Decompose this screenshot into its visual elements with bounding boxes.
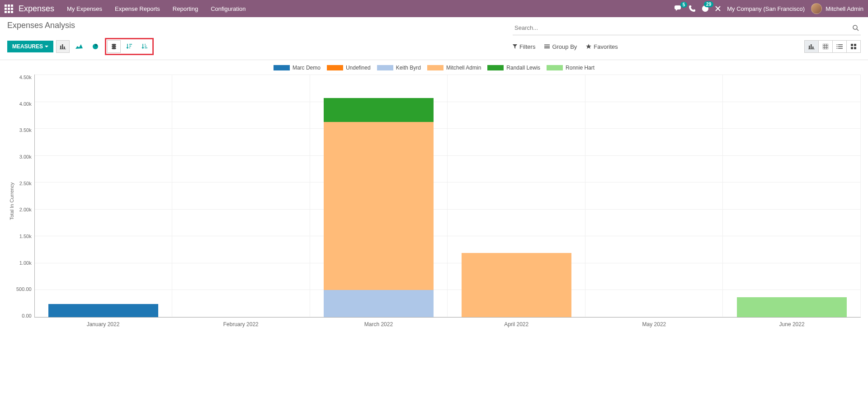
y-tick: 500.00 xyxy=(16,286,32,292)
measures-button[interactable]: MEASURES xyxy=(7,41,53,52)
bar-segment[interactable] xyxy=(324,122,434,290)
legend-item[interactable]: Ronnie Hart xyxy=(547,65,594,71)
nav-menu: My Expenses Expense Reports Reporting Co… xyxy=(67,5,245,12)
y-tick: 2.50k xyxy=(19,181,32,186)
stacked-button[interactable] xyxy=(107,40,121,53)
bar-segment[interactable] xyxy=(48,304,158,317)
chart-column xyxy=(448,75,585,317)
svg-rect-12 xyxy=(823,44,828,49)
x-tick: January 2022 xyxy=(34,318,172,327)
chart-column xyxy=(35,75,173,317)
pivot-view-button[interactable] xyxy=(818,40,833,53)
x-tick: February 2022 xyxy=(172,318,310,327)
legend-swatch xyxy=(274,65,290,70)
bar-segment[interactable] xyxy=(324,290,434,317)
legend-label: Mitchell Admin xyxy=(446,65,481,71)
apps-icon[interactable] xyxy=(5,5,13,13)
nav-expense-reports[interactable]: Expense Reports xyxy=(115,5,160,12)
sort-desc-button[interactable] xyxy=(123,40,136,53)
y-tick: 2.00k xyxy=(19,207,32,212)
topbar-right: 5 29 My Company (San Francisco) Mitchell… xyxy=(675,3,863,14)
graph-view-button[interactable] xyxy=(804,40,819,53)
legend-label: Keith Byrd xyxy=(396,65,421,71)
y-tick: 0.00 xyxy=(22,313,31,318)
filters-label: Filters xyxy=(519,43,535,50)
x-tick: March 2022 xyxy=(310,318,448,327)
chart-plot xyxy=(34,75,861,318)
svg-rect-3 xyxy=(62,44,63,49)
legend-swatch xyxy=(327,65,343,70)
line-chart-button[interactable] xyxy=(72,40,86,53)
legend-swatch xyxy=(427,65,443,70)
favorites-dropdown[interactable]: Favorites xyxy=(586,43,618,50)
user-menu[interactable]: Mitchell Admin xyxy=(811,3,863,14)
sort-asc-button[interactable] xyxy=(138,40,151,53)
activities-badge: 29 xyxy=(704,1,713,7)
chart-column xyxy=(585,75,723,317)
svg-rect-2 xyxy=(60,46,61,49)
top-navbar: Expenses My Expenses Expense Reports Rep… xyxy=(0,0,868,17)
search-area xyxy=(513,21,861,38)
x-tick: May 2022 xyxy=(585,318,723,327)
kanban-view-button[interactable] xyxy=(846,40,861,53)
highlighted-tools xyxy=(105,38,154,55)
page-title: Expenses Analysis xyxy=(7,21,75,30)
search-input[interactable] xyxy=(513,23,851,33)
y-axis-label: Total In Currency xyxy=(7,75,16,327)
svg-rect-19 xyxy=(854,47,856,49)
svg-point-6 xyxy=(112,44,116,46)
legend-item[interactable]: Randall Lewis xyxy=(487,65,540,71)
chart-legend: Marc DemoUndefinedKeith ByrdMitchell Adm… xyxy=(7,65,861,71)
star-icon xyxy=(586,44,591,49)
measures-label: MEASURES xyxy=(12,43,43,50)
legend-swatch xyxy=(377,65,393,70)
filters-dropdown[interactable]: Filters xyxy=(513,43,535,50)
user-name: Mitchell Admin xyxy=(826,5,863,12)
pie-chart-button[interactable] xyxy=(89,40,102,53)
legend-item[interactable]: Undefined xyxy=(327,65,371,71)
bar-stack[interactable] xyxy=(48,304,158,317)
bar-segment[interactable] xyxy=(324,98,434,122)
y-tick: 3.00k xyxy=(19,154,32,159)
svg-rect-9 xyxy=(809,46,810,49)
svg-rect-16 xyxy=(851,44,853,46)
svg-point-15 xyxy=(837,48,838,49)
legend-label: Randall Lewis xyxy=(506,65,540,71)
legend-item[interactable]: Keith Byrd xyxy=(377,65,421,71)
close-icon[interactable] xyxy=(715,6,721,11)
bar-stack[interactable] xyxy=(462,253,571,317)
conversations-badge: 5 xyxy=(680,2,688,8)
legend-item[interactable]: Mitchell Admin xyxy=(427,65,481,71)
phone-icon[interactable] xyxy=(689,5,695,12)
y-tick: 1.00k xyxy=(19,260,32,266)
legend-item[interactable]: Marc Demo xyxy=(274,65,321,71)
svg-point-14 xyxy=(837,46,838,47)
groupby-dropdown[interactable]: Group By xyxy=(544,43,577,50)
bar-chart-button[interactable] xyxy=(56,40,70,53)
avatar xyxy=(811,3,822,14)
list-view-button[interactable] xyxy=(832,40,847,53)
legend-label: Marc Demo xyxy=(292,65,321,71)
nav-my-expenses[interactable]: My Expenses xyxy=(67,5,102,12)
chevron-down-icon xyxy=(45,46,48,47)
svg-rect-10 xyxy=(811,44,812,49)
svg-rect-18 xyxy=(851,47,853,49)
bar-segment[interactable] xyxy=(737,297,847,317)
company-selector[interactable]: My Company (San Francisco) xyxy=(727,5,805,12)
legend-swatch xyxy=(547,65,563,70)
bar-stack[interactable] xyxy=(737,297,847,317)
svg-rect-11 xyxy=(812,47,814,49)
bar-segment[interactable] xyxy=(462,253,571,317)
bar-stack[interactable] xyxy=(324,98,434,317)
nav-reporting[interactable]: Reporting xyxy=(173,5,198,12)
conversations-icon[interactable]: 5 xyxy=(675,5,683,12)
chart-column xyxy=(172,75,310,317)
chart-column xyxy=(310,75,448,317)
app-title[interactable]: Expenses xyxy=(19,4,54,14)
y-tick: 3.50k xyxy=(19,127,32,133)
search-icon[interactable] xyxy=(851,25,861,31)
y-tick: 4.50k xyxy=(19,75,32,80)
activities-icon[interactable]: 29 xyxy=(702,5,709,12)
controls-row: MEASURES Filters xyxy=(0,38,868,60)
nav-configuration[interactable]: Configuration xyxy=(211,5,245,12)
